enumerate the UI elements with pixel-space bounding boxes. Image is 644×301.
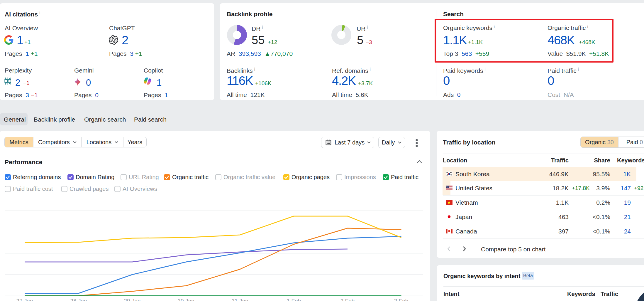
- svg-text:2 Feb: 2 Feb: [340, 298, 355, 301]
- svg-text:27 Jan: 27 Jan: [16, 298, 33, 301]
- svg-text:1 Feb: 1 Feb: [287, 298, 301, 301]
- svg-text:29 Jan: 29 Jan: [124, 298, 140, 301]
- svg-text:31 Jan: 31 Jan: [231, 298, 248, 301]
- svg-text:30 Jan: 30 Jan: [177, 298, 194, 301]
- svg-text:3 Feb: 3 Feb: [394, 298, 409, 301]
- svg-text:28 Jan: 28 Jan: [70, 298, 87, 301]
